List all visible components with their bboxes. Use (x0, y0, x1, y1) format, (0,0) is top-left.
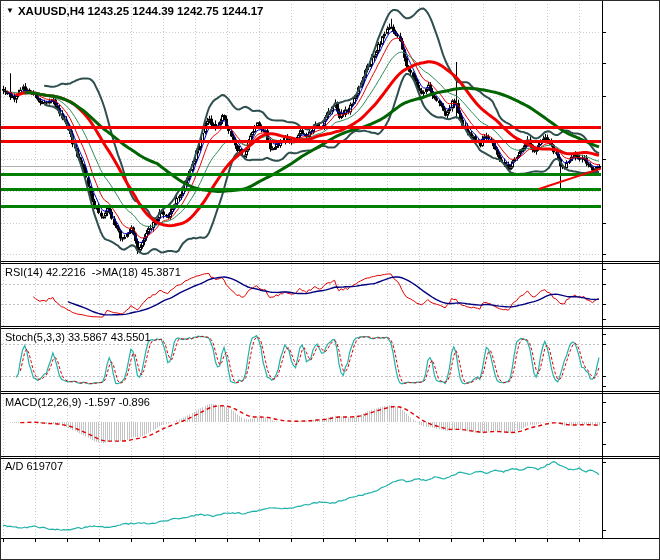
time-axis[interactable]: 25 Apr 20172 May 04:009 May 08:0016 May … (1, 539, 660, 560)
chart-window: ▼XAUUSD,H4 1243.25 1244.39 1242.75 1244.… (0, 0, 660, 560)
chart-menu-arrow-icon[interactable]: ▼ (6, 6, 14, 15)
price-axis[interactable]: 1291.601280.501269.101246.601224.101213.… (603, 1, 660, 539)
chart-canvas[interactable] (1, 1, 660, 560)
